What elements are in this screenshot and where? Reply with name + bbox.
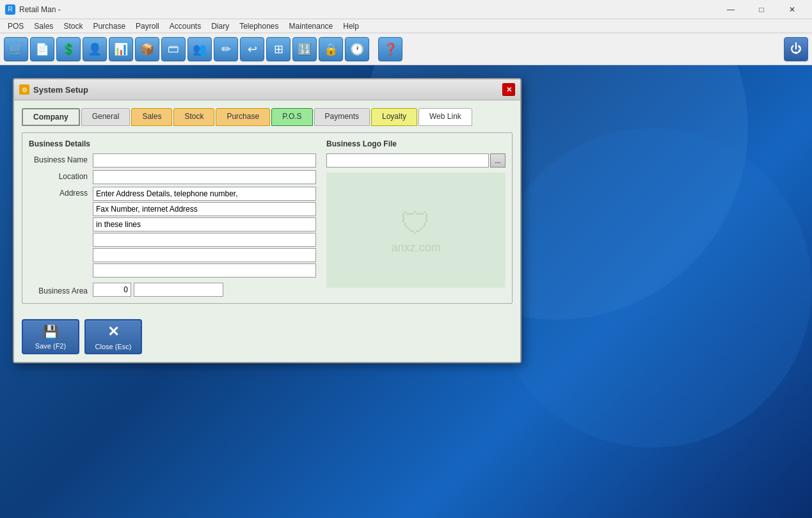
close-label: Close (Esc) [95, 343, 132, 350]
business-details-label: Business Details [29, 139, 316, 148]
tab-pos[interactable]: P.O.S [271, 108, 312, 126]
app-title: Retail Man - [19, 5, 61, 14]
lock-button[interactable]: 🔒 [319, 37, 343, 61]
close-window-button[interactable]: ✕ [777, 0, 807, 19]
menu-pos[interactable]: POS [3, 20, 29, 32]
watermark-icon: 🛡 [401, 206, 431, 241]
titlebar-left: R Retail Man - [5, 4, 61, 15]
address-label: Address [29, 187, 93, 198]
menu-sales[interactable]: Sales [29, 20, 58, 32]
titlebar: R Retail Man - — □ ✕ [0, 0, 812, 19]
dialog-icon: ⚙ [19, 84, 29, 95]
business-details-section: Business Details Business Name Location … [29, 139, 316, 297]
power-button[interactable]: ⏻ [784, 37, 808, 61]
menu-accounts[interactable]: Accounts [164, 20, 206, 32]
help-button[interactable]: ❓ [378, 37, 402, 61]
save-button[interactable]: 💾 Save (F2) [22, 319, 79, 354]
tab-bar: Company General Sales Stock Purchase P.O… [22, 108, 513, 126]
tab-company[interactable]: Company [22, 108, 80, 126]
menu-payroll[interactable]: Payroll [131, 20, 164, 32]
business-area-group: Business Area [29, 283, 316, 297]
dialog-title-left: ⚙ System Setup [19, 84, 88, 95]
menu-telephones[interactable]: Telephones [234, 20, 283, 32]
toolbar: 🛒 📄 💲 👤 📊 📦 🗃 👥 ✏ ↩ ⊞ 🔢 🔒 🕐 ❓ ⏻ [0, 33, 812, 65]
logo-section: Business Logo File ... 🛡 anxz.com [326, 139, 506, 297]
logo-preview: 🛡 anxz.com [326, 173, 506, 288]
watermark: 🛡 anxz.com [391, 206, 440, 255]
address-line-4[interactable] [93, 233, 316, 247]
business-name-label: Business Name [29, 153, 93, 164]
logo-file-input[interactable] [326, 153, 489, 168]
close-button[interactable]: ✕ Close (Esc) [84, 319, 142, 354]
menubar: POS Sales Stock Purchase Payroll Account… [0, 19, 812, 33]
reports-button[interactable]: 📊 [109, 37, 133, 61]
business-area-number-input[interactable] [93, 283, 131, 297]
business-area-label: Business Area [29, 285, 93, 295]
clock-button[interactable]: 🕐 [345, 37, 369, 61]
system-setup-dialog: ⚙ System Setup ✕ Company General Sales S… [13, 78, 521, 363]
logo-section-label: Business Logo File [326, 139, 506, 148]
dialog-title: System Setup [33, 85, 88, 95]
location-label: Location [29, 170, 93, 181]
location-group: Location [29, 170, 316, 184]
address-line-5[interactable] [93, 248, 316, 262]
pos-button[interactable]: 🛒 [4, 37, 28, 61]
location-input[interactable] [93, 170, 316, 184]
minimize-button[interactable]: — [716, 0, 745, 19]
stock-button[interactable]: 📦 [135, 37, 159, 61]
address-line-1[interactable] [93, 187, 316, 201]
form-container: Business Details Business Name Location … [22, 132, 513, 304]
menu-maintenance[interactable]: Maintenance [284, 20, 338, 32]
returns-button[interactable]: ↩ [240, 37, 264, 61]
tab-payments[interactable]: Payments [314, 108, 370, 126]
dialog-titlebar: ⚙ System Setup ✕ [14, 79, 520, 100]
dollar-button[interactable]: 💲 [56, 37, 81, 61]
address-group: Address [29, 187, 316, 278]
address-line-2[interactable] [93, 202, 316, 216]
calculator-button[interactable]: 🔢 [292, 37, 317, 61]
save-label: Save (F2) [35, 342, 66, 350]
logo-browse-button[interactable]: ... [490, 153, 506, 168]
menu-purchase[interactable]: Purchase [88, 20, 131, 32]
menu-stock[interactable]: Stock [58, 20, 88, 32]
address-line-3[interactable] [93, 217, 316, 232]
close-icon: ✕ [107, 324, 119, 340]
dialog-content: Company General Sales Stock Purchase P.O… [14, 100, 520, 311]
watermark-text: anxz.com [391, 241, 440, 255]
dialog-footer: 💾 Save (F2) ✕ Close (Esc) [14, 311, 520, 362]
address-line-6[interactable] [93, 263, 316, 278]
documents-button[interactable]: 📄 [30, 37, 54, 61]
tab-weblink[interactable]: Web Link [418, 108, 472, 126]
tab-sales[interactable]: Sales [131, 108, 172, 126]
customers-button[interactable]: 👤 [83, 37, 107, 61]
menu-diary[interactable]: Diary [206, 20, 234, 32]
tab-loyalty[interactable]: Loyalty [371, 108, 417, 126]
menu-help[interactable]: Help [338, 20, 364, 32]
main-area: ⚙ System Setup ✕ Company General Sales S… [0, 65, 812, 376]
dialog-close-button[interactable]: ✕ [502, 83, 515, 96]
address-lines [93, 187, 316, 278]
titlebar-controls: — □ ✕ [716, 0, 807, 19]
orders-button[interactable]: 🗃 [161, 37, 186, 61]
tab-purchase[interactable]: Purchase [216, 108, 270, 126]
app-icon: R [5, 4, 15, 15]
tab-general[interactable]: General [81, 108, 131, 126]
business-name-input[interactable] [93, 153, 316, 168]
maximize-button[interactable]: □ [747, 0, 776, 19]
business-name-group: Business Name [29, 153, 316, 168]
employees-button[interactable]: 👥 [187, 37, 212, 61]
business-area-text-input[interactable] [134, 283, 223, 297]
save-icon: 💾 [43, 324, 59, 340]
edit-button[interactable]: ✏ [214, 37, 238, 61]
logo-file-row: ... [326, 153, 506, 168]
grid-button[interactable]: ⊞ [266, 37, 291, 61]
tab-stock[interactable]: Stock [173, 108, 214, 126]
